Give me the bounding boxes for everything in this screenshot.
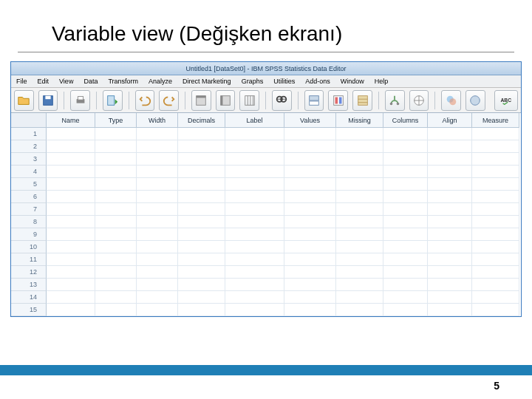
cell[interactable] bbox=[178, 203, 225, 216]
cell[interactable] bbox=[225, 153, 284, 166]
cell[interactable] bbox=[137, 279, 178, 291]
cell[interactable] bbox=[178, 166, 225, 178]
cell[interactable] bbox=[137, 140, 178, 153]
row-header[interactable]: 10 bbox=[11, 241, 47, 253]
cell[interactable] bbox=[383, 178, 428, 191]
row-header[interactable]: 15 bbox=[11, 304, 47, 316]
cell[interactable] bbox=[428, 128, 472, 140]
spellcheck-icon[interactable]: ABC bbox=[494, 90, 518, 111]
cell[interactable] bbox=[336, 166, 383, 178]
open-icon[interactable] bbox=[14, 90, 34, 111]
cell[interactable] bbox=[383, 304, 428, 316]
cell[interactable] bbox=[225, 279, 284, 291]
cell[interactable] bbox=[137, 266, 178, 279]
cell[interactable] bbox=[472, 291, 519, 304]
cell[interactable] bbox=[178, 178, 225, 191]
row-header[interactable]: 4 bbox=[11, 166, 47, 178]
cell[interactable] bbox=[472, 241, 519, 253]
cell[interactable] bbox=[428, 178, 472, 191]
cell[interactable] bbox=[95, 216, 137, 228]
cell[interactable] bbox=[383, 279, 428, 291]
cell[interactable] bbox=[428, 241, 472, 253]
cell[interactable] bbox=[178, 128, 225, 140]
cell[interactable] bbox=[336, 178, 383, 191]
cell[interactable] bbox=[47, 166, 95, 178]
cell[interactable] bbox=[225, 191, 284, 203]
cell[interactable] bbox=[336, 291, 383, 304]
row-header[interactable]: 5 bbox=[11, 178, 47, 191]
cell[interactable] bbox=[225, 291, 284, 304]
menu-add-ons[interactable]: Add-ons bbox=[300, 78, 335, 85]
cell[interactable] bbox=[225, 203, 284, 216]
cell[interactable] bbox=[95, 241, 137, 253]
recall-dialog-icon[interactable] bbox=[103, 90, 123, 111]
cell[interactable] bbox=[47, 191, 95, 203]
cell[interactable] bbox=[383, 166, 428, 178]
cell[interactable] bbox=[428, 228, 472, 241]
cell[interactable] bbox=[284, 140, 336, 153]
cell[interactable] bbox=[225, 140, 284, 153]
cell[interactable] bbox=[95, 253, 137, 266]
cell[interactable] bbox=[383, 203, 428, 216]
cell[interactable] bbox=[137, 166, 178, 178]
column-header-decimals[interactable]: Decimals bbox=[178, 113, 225, 128]
cell[interactable] bbox=[47, 279, 95, 291]
menu-file[interactable]: File bbox=[11, 78, 33, 85]
cell[interactable] bbox=[336, 216, 383, 228]
column-header-columns[interactable]: Columns bbox=[383, 113, 428, 128]
save-icon[interactable] bbox=[38, 90, 58, 111]
cell[interactable] bbox=[472, 216, 519, 228]
menu-analyze[interactable]: Analyze bbox=[143, 78, 177, 85]
cell[interactable] bbox=[137, 191, 178, 203]
row-header[interactable]: 13 bbox=[11, 279, 47, 291]
cell[interactable] bbox=[95, 178, 137, 191]
customize-icon[interactable] bbox=[441, 90, 461, 111]
cell[interactable] bbox=[336, 241, 383, 253]
cell[interactable] bbox=[47, 304, 95, 316]
goto-case-icon[interactable] bbox=[191, 90, 211, 111]
cell[interactable] bbox=[383, 241, 428, 253]
cell[interactable] bbox=[47, 291, 95, 304]
column-header-label[interactable]: Label bbox=[225, 113, 284, 128]
cell[interactable] bbox=[336, 266, 383, 279]
cell[interactable] bbox=[383, 140, 428, 153]
cell[interactable] bbox=[137, 128, 178, 140]
cell[interactable] bbox=[336, 304, 383, 316]
cell[interactable] bbox=[178, 228, 225, 241]
cell[interactable] bbox=[383, 191, 428, 203]
menu-direct-marketing[interactable]: Direct Marketing bbox=[177, 78, 236, 85]
column-header-align[interactable]: Align bbox=[428, 113, 472, 128]
cell[interactable] bbox=[472, 191, 519, 203]
row-header[interactable]: 7 bbox=[11, 203, 47, 216]
cell[interactable] bbox=[178, 191, 225, 203]
menu-help[interactable]: Help bbox=[369, 78, 394, 85]
row-header[interactable]: 1 bbox=[11, 128, 47, 140]
column-header-missing[interactable]: Missing bbox=[336, 113, 383, 128]
cell[interactable] bbox=[47, 153, 95, 166]
select-cases-icon[interactable] bbox=[352, 90, 372, 111]
cell[interactable] bbox=[383, 253, 428, 266]
cell[interactable] bbox=[95, 166, 137, 178]
menu-view[interactable]: View bbox=[54, 78, 78, 85]
cell[interactable] bbox=[472, 253, 519, 266]
cell[interactable] bbox=[178, 153, 225, 166]
cell[interactable] bbox=[95, 203, 137, 216]
cell[interactable] bbox=[95, 140, 137, 153]
cell[interactable] bbox=[428, 166, 472, 178]
cell[interactable] bbox=[428, 253, 472, 266]
cell[interactable] bbox=[383, 228, 428, 241]
cell[interactable] bbox=[95, 279, 137, 291]
cell[interactable] bbox=[383, 291, 428, 304]
cell[interactable] bbox=[95, 291, 137, 304]
cell[interactable] bbox=[428, 140, 472, 153]
cell[interactable] bbox=[284, 279, 336, 291]
cell[interactable] bbox=[336, 253, 383, 266]
cell[interactable] bbox=[284, 304, 336, 316]
cell[interactable] bbox=[225, 128, 284, 140]
weight-cases-icon[interactable] bbox=[328, 90, 348, 111]
cell[interactable] bbox=[137, 291, 178, 304]
cell[interactable] bbox=[472, 304, 519, 316]
cell[interactable] bbox=[336, 140, 383, 153]
cell[interactable] bbox=[47, 128, 95, 140]
cell[interactable] bbox=[178, 140, 225, 153]
